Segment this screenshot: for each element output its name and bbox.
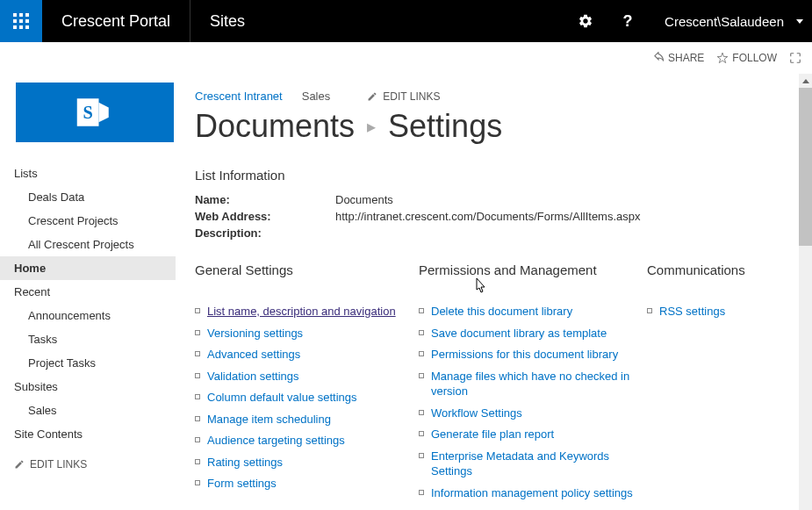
user-menu[interactable]: Crescent\Salaudeen bbox=[649, 0, 812, 42]
col-permissions: Permissions and Management Delete this d… bbox=[419, 262, 638, 506]
col-communications-heading: Communications bbox=[647, 262, 805, 277]
pencil-icon bbox=[14, 459, 25, 470]
breadcrumb-root[interactable]: Crescent Intranet bbox=[195, 90, 283, 103]
site-title[interactable]: Crescent Portal bbox=[42, 0, 190, 42]
chevron-right-icon: ▸ bbox=[367, 116, 376, 137]
bullet-icon bbox=[195, 330, 200, 335]
nav-site-contents[interactable]: Site Contents bbox=[0, 422, 176, 446]
nav-item-crescent-projects[interactable]: Crescent Projects bbox=[0, 209, 176, 233]
sharepoint-icon: S bbox=[71, 89, 119, 136]
share-button[interactable]: SHARE bbox=[652, 52, 704, 64]
link-file-plan[interactable]: Generate file plan report bbox=[431, 427, 554, 442]
edit-links-sidebar[interactable]: EDIT LINKS bbox=[0, 446, 176, 483]
link-column-default[interactable]: Column default value settings bbox=[207, 390, 357, 406]
scroll-thumb[interactable] bbox=[799, 88, 812, 246]
nav-section-subsites: Subsites Sales bbox=[0, 375, 176, 422]
nav-heading-recent[interactable]: Recent bbox=[0, 280, 176, 304]
svg-rect-6 bbox=[13, 25, 17, 29]
col-communications: Communications RSS settings bbox=[647, 262, 805, 506]
link-delete-library[interactable]: Delete this document library bbox=[431, 304, 572, 320]
link-validation[interactable]: Validation settings bbox=[207, 369, 299, 384]
page-title-library: Documents bbox=[195, 108, 355, 145]
focus-button[interactable] bbox=[789, 52, 801, 64]
share-icon bbox=[652, 52, 665, 64]
link-save-template[interactable]: Save document library as template bbox=[431, 326, 607, 341]
bullet-icon bbox=[419, 308, 424, 313]
svg-rect-0 bbox=[13, 13, 17, 17]
edit-links-top[interactable]: EDIT LINKS bbox=[367, 90, 440, 103]
svg-rect-2 bbox=[25, 13, 29, 17]
nav-item-tasks[interactable]: Tasks bbox=[0, 327, 176, 351]
spacer bbox=[264, 0, 564, 42]
info-web-label: Web Address: bbox=[195, 210, 335, 223]
bullet-icon bbox=[419, 330, 424, 335]
link-audience-targeting[interactable]: Audience targeting settings bbox=[207, 433, 345, 449]
nav-item-all-crescent-projects[interactable]: All Crescent Projects bbox=[0, 233, 176, 256]
promoted-actions: SHARE FOLLOW bbox=[0, 42, 812, 74]
suite-bar: Crescent Portal Sites ? Crescent\Salaude… bbox=[0, 0, 812, 42]
link-info-policy[interactable]: Information management policy settings bbox=[431, 485, 633, 501]
link-permissions[interactable]: Permissions for this document library bbox=[431, 347, 618, 363]
info-desc-label: Description: bbox=[195, 226, 335, 240]
link-versioning[interactable]: Versioning settings bbox=[207, 326, 303, 341]
nav-item-deals-data[interactable]: Deals Data bbox=[0, 185, 176, 209]
nav-section-recent: Recent Announcements Tasks Project Tasks bbox=[0, 280, 176, 375]
nav-home[interactable]: Home bbox=[0, 256, 176, 280]
link-rss[interactable]: RSS settings bbox=[659, 304, 725, 320]
info-web-value: http://intranet.crescent.com/Documents/F… bbox=[335, 210, 641, 223]
nav-item-sales[interactable]: Sales bbox=[0, 399, 176, 422]
focus-icon bbox=[789, 52, 801, 64]
nav-heading-lists[interactable]: Lists bbox=[0, 162, 176, 185]
general-list: List name, description and navigation Ve… bbox=[195, 304, 410, 492]
follow-button[interactable]: FOLLOW bbox=[716, 52, 777, 64]
svg-rect-3 bbox=[13, 19, 17, 23]
info-row-name: Name: Documents bbox=[195, 193, 791, 206]
site-logo[interactable]: S bbox=[16, 83, 174, 142]
svg-text:S: S bbox=[83, 103, 92, 122]
app-launcher[interactable] bbox=[0, 0, 42, 42]
nav-item-announcements[interactable]: Announcements bbox=[0, 304, 176, 327]
bullet-icon bbox=[647, 308, 652, 313]
svg-rect-4 bbox=[19, 19, 23, 23]
link-form[interactable]: Form settings bbox=[207, 476, 277, 492]
nav-heading-subsites[interactable]: Subsites bbox=[0, 375, 176, 399]
share-label: SHARE bbox=[668, 52, 704, 64]
permissions-list: Delete this document library Save docume… bbox=[419, 304, 638, 500]
bullet-icon bbox=[195, 373, 200, 378]
info-name-label: Name: bbox=[195, 193, 335, 206]
svg-rect-7 bbox=[19, 25, 23, 29]
follow-label: FOLLOW bbox=[732, 52, 777, 64]
help-button[interactable]: ? bbox=[607, 0, 649, 42]
bullet-icon bbox=[419, 373, 424, 378]
link-manage-checked-in[interactable]: Manage files which have no checked in ve… bbox=[431, 369, 638, 399]
link-item-scheduling[interactable]: Manage item scheduling bbox=[207, 412, 331, 427]
nav-sites[interactable]: Sites bbox=[190, 0, 264, 42]
chevron-down-icon bbox=[796, 19, 803, 24]
link-advanced[interactable]: Advanced settings bbox=[207, 347, 300, 363]
nav-section-lists: Lists Deals Data Crescent Projects All C… bbox=[0, 162, 176, 256]
gear-icon bbox=[578, 13, 593, 29]
bullet-icon bbox=[419, 431, 424, 436]
settings-button[interactable] bbox=[564, 0, 607, 42]
link-workflow[interactable]: Workflow Settings bbox=[431, 406, 522, 421]
waffle-icon bbox=[13, 13, 29, 29]
edit-links-top-label: EDIT LINKS bbox=[383, 90, 440, 103]
link-list-name-desc-nav[interactable]: List name, description and navigation bbox=[207, 304, 396, 320]
scroll-up-button[interactable] bbox=[799, 74, 812, 88]
link-enterprise-metadata[interactable]: Enterprise Metadata and Keywords Setting… bbox=[431, 449, 638, 479]
link-rating[interactable]: Rating settings bbox=[207, 455, 283, 470]
bullet-icon bbox=[195, 437, 200, 442]
bullet-icon bbox=[195, 459, 200, 464]
site-logo-area: S bbox=[0, 83, 176, 162]
bullet-icon bbox=[419, 490, 424, 495]
breadcrumb-sales[interactable]: Sales bbox=[302, 90, 331, 103]
nav-item-project-tasks[interactable]: Project Tasks bbox=[0, 351, 176, 375]
breadcrumb: Crescent Intranet Sales EDIT LINKS bbox=[195, 90, 791, 103]
svg-rect-5 bbox=[25, 19, 29, 23]
bullet-icon bbox=[419, 351, 424, 356]
bullet-icon bbox=[419, 453, 424, 458]
settings-columns: General Settings List name, description … bbox=[195, 262, 791, 506]
page-title: Documents ▸ Settings bbox=[195, 108, 791, 145]
list-info-heading: List Information bbox=[195, 168, 791, 183]
user-name: Crescent\Salaudeen bbox=[665, 14, 784, 29]
